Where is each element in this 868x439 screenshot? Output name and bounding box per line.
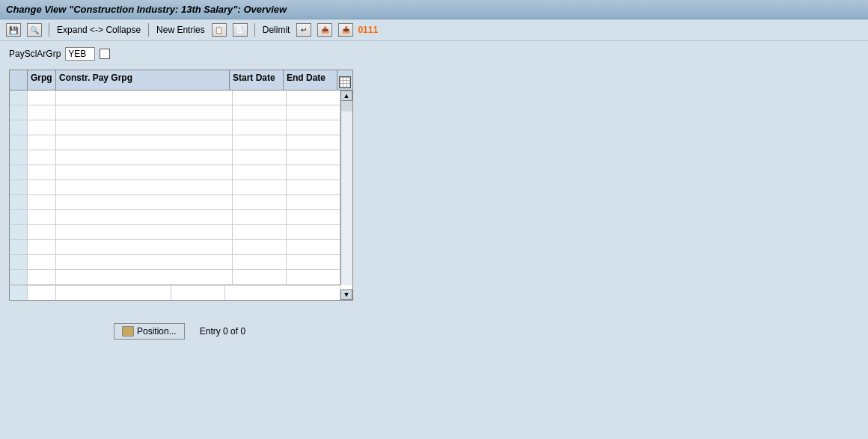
table-row[interactable]	[10, 255, 340, 270]
table-body: ▲ ▼	[10, 90, 352, 300]
scroll-bottom-area: ▼	[340, 289, 352, 300]
th-grpg: Grpg	[28, 70, 56, 90]
delimit-btn[interactable]: Delimit	[260, 24, 293, 36]
copy2-icon: 📄	[233, 23, 248, 37]
table-row[interactable]	[10, 195, 340, 210]
scroll-down-arrow[interactable]: ▼	[340, 289, 352, 300]
table-row[interactable]	[10, 90, 340, 105]
table-row[interactable]	[10, 210, 340, 225]
table-row[interactable]	[10, 165, 340, 180]
title-bar: Change View "Construction Industry: 13th…	[0, 0, 868, 19]
save-icon: 💾	[6, 23, 21, 37]
copy-icon: 📋	[212, 23, 227, 37]
position-button-label: Position...	[137, 326, 177, 337]
table-row[interactable]	[10, 135, 340, 150]
expand-collapse-label: Expand <-> Collapse	[57, 25, 141, 35]
table-row[interactable]	[10, 270, 340, 285]
copy-icon-btn[interactable]: 📋	[210, 22, 228, 37]
export-icon-btn[interactable]: 📤	[316, 22, 334, 37]
table-header: Grpg Constr. Pay Grpg Start Date End Dat…	[10, 70, 352, 90]
sep1	[49, 23, 49, 37]
delimit-label: Delimit	[263, 25, 290, 35]
import-icon-btn[interactable]: 📥	[337, 22, 355, 37]
th-constr: Constr. Pay Grpg	[56, 70, 230, 90]
scroll-track	[340, 111, 352, 285]
search-icon-btn[interactable]: 🔍	[25, 22, 43, 37]
new-entries-label: New Entries	[156, 25, 205, 35]
new-entries-btn[interactable]: New Entries	[154, 24, 207, 36]
orange-code: 0111	[358, 25, 378, 35]
filter-label: PaySclArGrp	[9, 49, 61, 59]
title-text: Change View "Construction Industry: 13th…	[6, 4, 287, 15]
table-row[interactable]	[10, 105, 340, 120]
filter-input[interactable]	[65, 47, 95, 61]
expand-collapse-btn[interactable]: Expand <-> Collapse	[55, 24, 143, 36]
column-settings-icon[interactable]	[339, 76, 351, 88]
th-grid-icon[interactable]	[337, 70, 352, 90]
table-row[interactable]	[10, 120, 340, 135]
position-icon	[122, 326, 134, 337]
th-selector	[10, 70, 28, 90]
scroll-up-arrow[interactable]: ▲	[340, 90, 352, 101]
undo-icon-btn[interactable]: ↩	[295, 22, 313, 37]
scroll-thumb	[340, 101, 352, 111]
bottom-area: Position... Entry 0 of 0	[9, 323, 859, 340]
export-icon: 📤	[317, 23, 332, 37]
sep3	[254, 23, 255, 37]
position-button[interactable]: Position...	[114, 323, 185, 340]
save-icon-btn[interactable]: 💾	[4, 22, 22, 37]
table-row[interactable]	[10, 240, 340, 255]
toolbar: 💾 🔍 Expand <-> Collapse New Entries 📋 📄 …	[0, 19, 868, 41]
table-row[interactable]	[10, 150, 340, 165]
filter-row: PaySclArGrp	[9, 47, 859, 61]
entry-count: Entry 0 of 0	[200, 326, 245, 337]
main-content: PaySclArGrp Grpg Constr. Pay Grpg Start …	[0, 41, 868, 346]
rows-container	[10, 90, 340, 285]
copy2-icon-btn[interactable]: 📄	[231, 22, 249, 37]
search-icon: 🔍	[27, 23, 42, 37]
undo-icon: ↩	[296, 23, 311, 37]
table-row[interactable]	[10, 180, 340, 195]
sep2	[148, 23, 149, 37]
last-table-row[interactable]	[10, 285, 340, 300]
th-start: Start Date	[230, 70, 284, 90]
th-end: End Date	[284, 70, 337, 90]
data-table: Grpg Constr. Pay Grpg Start Date End Dat…	[9, 70, 353, 301]
filter-checkbox[interactable]	[100, 49, 110, 59]
scroll-top-area: ▲	[340, 90, 352, 285]
import-icon: 📥	[338, 23, 353, 37]
table-row[interactable]	[10, 225, 340, 240]
